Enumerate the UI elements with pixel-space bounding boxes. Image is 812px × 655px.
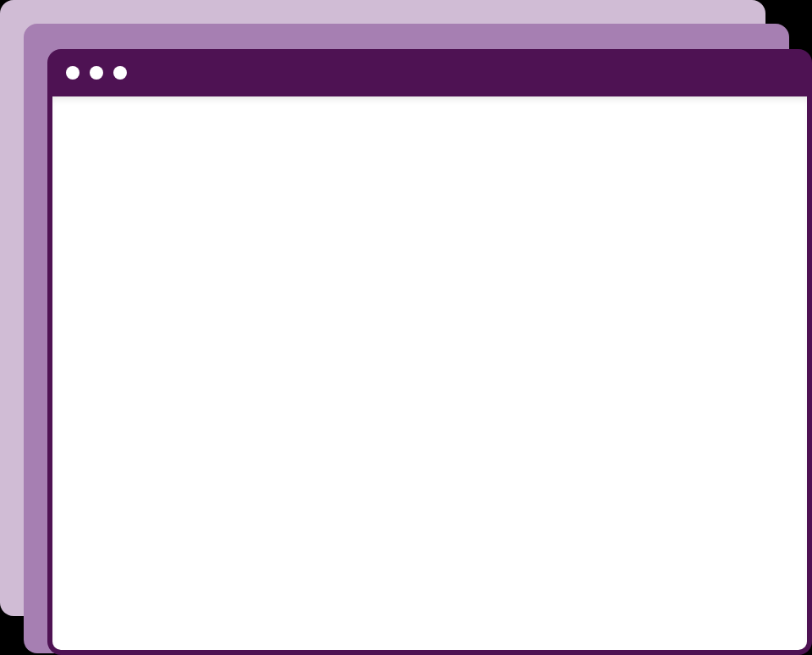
minimize-icon[interactable] <box>90 66 103 80</box>
title-bar <box>47 49 812 96</box>
close-icon[interactable] <box>66 66 80 80</box>
maximize-icon[interactable] <box>113 66 127 80</box>
content-area <box>52 96 807 650</box>
foreground-window <box>47 49 812 655</box>
